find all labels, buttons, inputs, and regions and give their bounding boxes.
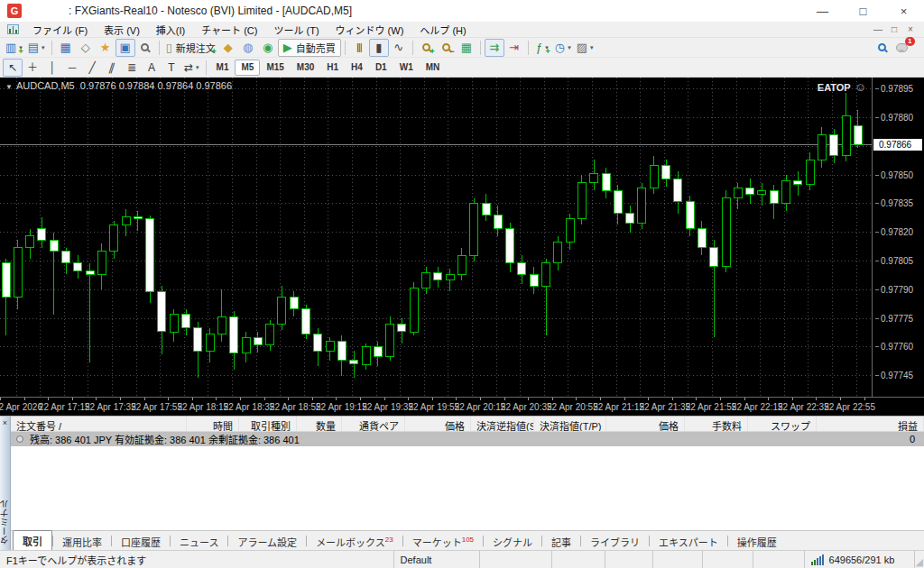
timeframe-w1-button[interactable]: W1 xyxy=(393,60,420,76)
market-watch-button[interactable]: ▦ xyxy=(56,39,76,57)
expert-advisor-label[interactable]: EATOP ☺ xyxy=(818,80,866,94)
terminal-tab-9[interactable]: 記事 xyxy=(542,532,580,550)
dropdown-arrow-icon[interactable]: ▾ xyxy=(590,44,594,51)
close-button[interactable]: × xyxy=(883,0,924,22)
terminal-tab-3[interactable]: 口座履歴 xyxy=(112,532,170,550)
timeframe-d1-button[interactable]: D1 xyxy=(369,60,393,76)
child-restore-button[interactable]: □ xyxy=(886,24,902,34)
signals-button[interactable]: ◉ xyxy=(258,39,278,57)
terminal-panel-button[interactable]: ▣ xyxy=(116,39,135,57)
dropdown-arrow-icon[interactable]: ▾ xyxy=(42,44,45,51)
text-tool-button[interactable]: A xyxy=(142,59,162,77)
terminal-tab-10[interactable]: ライブラリ xyxy=(581,532,649,550)
dropdown-arrow-icon[interactable]: ▾ xyxy=(568,44,571,51)
terminal-tab-1[interactable]: 取引 xyxy=(13,530,52,550)
terminal-tab-6[interactable]: メールボックス23 xyxy=(307,532,402,550)
navigator-button[interactable]: ★ xyxy=(96,39,116,57)
time-tick-label: 22 Apr 21:15 xyxy=(593,402,644,412)
orders-table-body[interactable] xyxy=(11,446,924,530)
tile-windows-button[interactable]: ▦ xyxy=(457,39,476,57)
column-header[interactable]: スワップ xyxy=(748,417,817,431)
notifications-button[interactable]: 1 xyxy=(892,39,911,57)
timeframe-h4-button[interactable]: H4 xyxy=(345,60,369,76)
column-header[interactable]: 決済指値(T/P) xyxy=(534,417,606,431)
terminal-panel-icon: ▣ xyxy=(119,41,130,53)
menu-item[interactable]: 挿入(I) xyxy=(148,21,193,39)
child-minimize-button[interactable]: — xyxy=(870,24,886,34)
chart-collapse-icon[interactable]: ▼ xyxy=(5,83,13,91)
time-axis[interactable]: 22 Apr 202622 Apr 17:1522 Apr 17:3522 Ap… xyxy=(0,397,924,416)
column-header[interactable]: 時間 xyxy=(187,417,239,431)
balance-row[interactable]: 残高: 386 401 JPY 有効証拠金: 386 401 余剰証拠金: 38… xyxy=(11,432,924,446)
terminal-close-icon[interactable]: × xyxy=(3,418,7,427)
channel-tool-button[interactable]: ∥ xyxy=(102,59,122,77)
column-header[interactable]: 手数料 xyxy=(685,417,748,431)
column-header[interactable]: 損益 xyxy=(817,417,924,431)
timeframe-m5-button[interactable]: M5 xyxy=(235,60,260,76)
dropdown-arrow-icon[interactable]: ▾ xyxy=(196,64,199,71)
maximize-button[interactable]: □ xyxy=(843,0,883,22)
column-header[interactable]: 注文番号 / xyxy=(11,417,187,431)
timeframe-m1-button[interactable]: M1 xyxy=(210,60,236,76)
bar-chart-mode-button[interactable]: ||| xyxy=(349,39,369,57)
data-window-button[interactable]: ◇ xyxy=(76,39,96,57)
column-header[interactable]: 取引種別 xyxy=(239,417,297,431)
indicators-button[interactable]: ƒ+▾ xyxy=(532,39,552,57)
menu-item[interactable]: ウィンドウ (W) xyxy=(328,21,412,39)
column-header[interactable]: 価格 xyxy=(405,417,471,431)
templates-button[interactable]: ▨▾ xyxy=(574,39,596,57)
terminal-tab-12[interactable]: 操作履歴 xyxy=(728,532,786,550)
menu-item[interactable]: 表示 (V) xyxy=(96,21,148,39)
cursor-button[interactable]: ↖ xyxy=(3,59,23,77)
menu-item[interactable]: ファイル (F) xyxy=(24,21,96,39)
zoom-out-button[interactable]: − xyxy=(437,39,457,57)
child-close-button[interactable]: × xyxy=(902,24,919,34)
timeframe-m30-button[interactable]: M30 xyxy=(291,60,320,76)
shapes-tool-button[interactable]: ⇄▾ xyxy=(181,59,202,77)
timeframe-h1-button[interactable]: H1 xyxy=(320,60,345,76)
auto-scroll-button[interactable]: ⇉ xyxy=(485,39,504,57)
autotrading-button[interactable]: ▶自動売買 xyxy=(278,39,341,57)
new-chart-button[interactable]: ▥+▾ xyxy=(3,39,25,57)
strategy-tester-button[interactable] xyxy=(135,39,155,57)
menu-item[interactable]: チャート (C) xyxy=(193,21,265,39)
terminal-tab-5[interactable]: アラーム設定 xyxy=(228,532,306,550)
terminal-tab-7[interactable]: マーケット105 xyxy=(403,532,483,550)
new-order-button[interactable]: ▯+新規注文 xyxy=(163,39,218,57)
zoom-in-button[interactable]: + xyxy=(417,39,437,57)
periods-button[interactable]: ◷▾ xyxy=(552,39,574,57)
minimize-button[interactable]: — xyxy=(802,0,843,22)
menu-item[interactable]: ツール (T) xyxy=(265,21,327,39)
tab-badge: 105 xyxy=(462,536,474,544)
fibonacci-tool-button[interactable]: ≣ xyxy=(122,59,142,77)
horizontal-line-tool-button[interactable]: ─ xyxy=(62,59,82,77)
line-chart-mode-button[interactable]: ∿ xyxy=(389,39,409,57)
terminal-tab-2[interactable]: 運用比率 xyxy=(53,532,111,550)
metaeditor-button[interactable]: ◆ xyxy=(218,39,238,57)
candlestick-plot[interactable] xyxy=(0,78,872,397)
terminal-tab-11[interactable]: エキスパート xyxy=(650,532,727,550)
terminal-tab-8[interactable]: シグナル xyxy=(484,532,541,550)
vertical-line-tool-button[interactable]: │ xyxy=(42,59,62,77)
terminal-tab-4[interactable]: ニュース xyxy=(171,532,227,550)
crosshair-button[interactable]: ＋ xyxy=(23,59,42,77)
label-tool-button[interactable]: T xyxy=(162,59,181,77)
search-button[interactable] xyxy=(872,39,892,57)
community-button[interactable]: ◍ xyxy=(238,39,258,57)
community-icon: ◍ xyxy=(243,41,253,53)
chart-area[interactable]: ▼AUDCAD,M5 0.97876 0.97884 0.97864 0.978… xyxy=(0,78,924,416)
price-axis[interactable]: 0.978950.978800.978650.978500.978350.978… xyxy=(872,78,924,397)
terminal-main: 注文番号 /時間取引種別数量通貨ペア価格決済逆指値(S/...決済指値(T/P)… xyxy=(11,417,924,550)
timeframe-m15-button[interactable]: M15 xyxy=(260,60,290,76)
menu-item[interactable]: ヘルプ (H) xyxy=(411,21,474,39)
chart-shift-button[interactable]: ⇥ xyxy=(504,39,524,57)
column-header[interactable]: 通貨ペア xyxy=(342,417,405,431)
column-header[interactable]: 決済逆指値(S/... xyxy=(471,417,534,431)
chart-window-icon xyxy=(7,24,19,34)
timeframe-mn-button[interactable]: MN xyxy=(420,60,447,76)
candlestick-mode-button[interactable]: ▮ xyxy=(369,39,389,57)
column-header[interactable]: 価格 xyxy=(606,417,685,431)
column-header[interactable]: 数量 xyxy=(297,417,342,431)
profiles-button[interactable]: ▤▾ xyxy=(25,39,48,57)
trendline-tool-button[interactable]: ╱ xyxy=(82,59,102,77)
